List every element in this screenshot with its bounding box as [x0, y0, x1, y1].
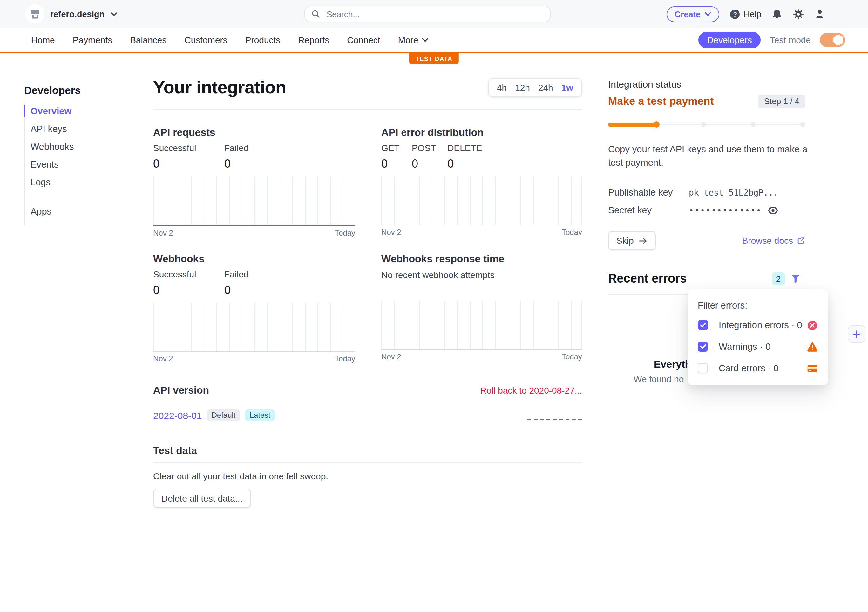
api-requests-section: API requests Successful 0 Failed 0 Nov 2…	[153, 127, 355, 238]
nav-item-reports[interactable]: Reports	[298, 35, 329, 45]
test-data-description: Clear out all your test data in one fell…	[153, 471, 582, 481]
sidebar-item-apps[interactable]: Apps	[31, 204, 132, 219]
webhooks-response-time-chart	[381, 301, 582, 350]
range-24h[interactable]: 24h	[538, 82, 553, 93]
gear-icon	[793, 9, 804, 19]
integration-progress-bar	[608, 121, 805, 128]
browse-docs-link[interactable]: Browse docs	[742, 235, 805, 246]
main-content: Your integration 4h 12h 24h 1w API reque…	[153, 78, 582, 508]
range-1w[interactable]: 1w	[561, 82, 573, 93]
x-axis-start: Nov 2	[381, 352, 401, 361]
progress-step-dot	[800, 122, 805, 127]
integration-errors-checkbox[interactable]	[698, 320, 708, 330]
api-version-divider	[153, 402, 582, 402]
credit-card-icon	[807, 363, 818, 373]
x-axis-end: Today	[335, 229, 355, 238]
developers-pill-button[interactable]: Developers	[698, 32, 761, 48]
chevron-down-icon	[705, 12, 711, 16]
card-errors-checkbox[interactable]	[698, 363, 708, 373]
top-bar: refero.design Create ? Help	[0, 0, 868, 29]
recent-errors-empty-subtitle: We found no	[634, 374, 684, 384]
settings-button[interactable]	[793, 9, 804, 19]
account-button[interactable]	[815, 9, 825, 19]
workspace-switcher[interactable]: refero.design	[25, 0, 117, 28]
filter-option-label: Card errors · 0	[719, 363, 807, 373]
metric-value: 0	[412, 158, 436, 171]
test-data-title: Test data	[153, 445, 582, 456]
person-icon	[815, 9, 825, 19]
api-error-distribution-section: API error distribution GET 0 POST 0 DELE…	[381, 127, 582, 238]
sidebar-item-webhooks[interactable]: Webhooks	[31, 139, 132, 154]
test-data-divider	[153, 462, 582, 463]
toggle-knob	[832, 34, 844, 46]
check-icon	[699, 322, 706, 328]
filter-option-label: Integration errors · 0	[719, 320, 807, 330]
metric-label: Failed	[224, 143, 251, 153]
nav-item-payments[interactable]: Payments	[73, 35, 113, 45]
metric-label: Successful	[153, 269, 210, 279]
webhooks-response-time-title: Webhooks response time	[381, 253, 582, 265]
range-12h[interactable]: 12h	[515, 82, 530, 93]
nav-item-home[interactable]: Home	[31, 35, 55, 45]
nav-item-customers[interactable]: Customers	[184, 35, 227, 45]
x-axis-end: Today	[562, 228, 582, 237]
sidebar-item-api-keys[interactable]: API keys	[31, 121, 132, 136]
x-axis-start: Nov 2	[381, 228, 401, 237]
nav-item-balances[interactable]: Balances	[130, 35, 166, 45]
filter-popover-title: Filter errors:	[698, 300, 818, 311]
delete-test-data-button[interactable]: Delete all test data...	[153, 489, 251, 508]
developers-sidebar: Developers Overview API keys Webhooks Ev…	[24, 85, 132, 235]
x-axis-start: Nov 2	[153, 354, 173, 363]
create-button[interactable]: Create	[666, 6, 720, 22]
warnings-checkbox[interactable]	[698, 342, 708, 352]
api-version-section: API version Roll back to 2020-08-27... 2…	[153, 385, 582, 421]
external-link-icon	[797, 236, 805, 245]
publishable-key-value[interactable]: pk_test_51L2bgP...	[689, 188, 778, 197]
global-search[interactable]	[304, 6, 551, 22]
range-4h[interactable]: 4h	[497, 82, 507, 93]
right-edge-divider	[844, 53, 845, 612]
skip-button[interactable]: Skip	[608, 231, 656, 250]
publishable-key-label: Publishable key	[608, 187, 689, 198]
metric-label: Successful	[153, 143, 210, 153]
create-button-label: Create	[675, 9, 701, 19]
metric-label: GET	[381, 143, 400, 153]
search-input[interactable]	[326, 9, 544, 19]
integration-status-label: Integration status	[608, 79, 805, 90]
notifications-button[interactable]	[772, 9, 782, 19]
webhooks-title: Webhooks	[153, 253, 355, 265]
sidebar-item-overview[interactable]: Overview	[31, 104, 132, 119]
sidebar-item-logs[interactable]: Logs	[31, 175, 132, 190]
warning-triangle-icon	[807, 342, 818, 352]
check-icon	[699, 343, 706, 350]
chevron-down-icon	[110, 12, 117, 16]
nav-item-connect[interactable]: Connect	[347, 35, 380, 45]
progress-current-dot	[653, 121, 660, 128]
webhooks-response-empty-note: No recent webhook attempts	[381, 270, 582, 280]
help-button[interactable]: ? Help	[730, 9, 761, 19]
webhooks-section: Webhooks Successful 0 Failed 0 Nov 2 Tod…	[153, 253, 355, 363]
rollback-link[interactable]: Roll back to 2020-08-27...	[480, 385, 582, 396]
sidebar-item-events[interactable]: Events	[31, 157, 132, 172]
filter-option-integration-errors: Integration errors · 0	[698, 318, 818, 332]
filter-errors-button[interactable]	[790, 274, 801, 283]
skip-label: Skip	[616, 235, 634, 246]
reveal-secret-key-button[interactable]	[767, 205, 778, 216]
storefront-icon	[25, 5, 45, 23]
add-widget-button[interactable]	[848, 325, 865, 343]
nav-item-products[interactable]: Products	[245, 35, 281, 45]
current-version-link[interactable]: 2022-08-01	[153, 410, 202, 420]
test-mode-toggle[interactable]	[820, 33, 845, 47]
nav-item-more[interactable]: More	[398, 35, 429, 45]
metric-value: 0	[447, 158, 482, 171]
integration-status-panel: Integration status Make a test payment S…	[608, 79, 805, 250]
metric-value: 0	[381, 158, 400, 171]
bell-icon	[772, 9, 782, 19]
redacted-dash-line	[527, 419, 582, 420]
question-mark-icon: ?	[730, 9, 739, 19]
secret-key-value: •••••••••••••	[689, 206, 762, 215]
heading-divider	[153, 109, 582, 110]
metric-label: Failed	[224, 269, 251, 279]
search-icon	[312, 9, 320, 19]
test-mode-label: Test mode	[770, 35, 811, 45]
